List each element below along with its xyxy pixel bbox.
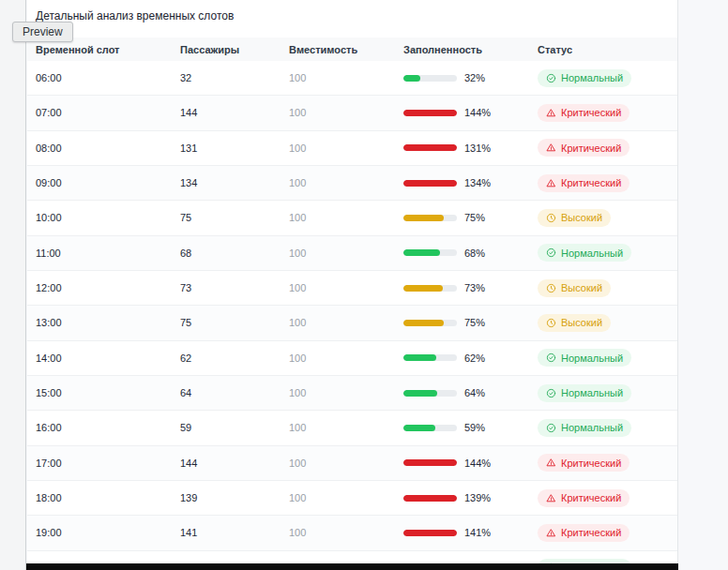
preview-tooltip[interactable]: Preview	[12, 22, 73, 42]
fill-cell: 141%	[403, 527, 538, 538]
progress-track	[403, 110, 457, 116]
status-label: Высокий	[561, 212, 602, 223]
fill-percent-label: 75%	[464, 317, 485, 328]
fill-percent-label: 73%	[464, 282, 485, 293]
status-label: Критический	[561, 527, 621, 538]
progress-track	[403, 459, 457, 466]
fill-percent-label: 134%	[464, 177, 491, 188]
progress-fill	[403, 390, 437, 397]
status-cell: Нормальный	[538, 419, 677, 437]
progress-track	[403, 75, 457, 82]
status-badge: Нормальный	[538, 384, 631, 402]
clock-icon	[546, 283, 556, 293]
progress-fill	[403, 110, 457, 116]
table-body: 06:003210032%Нормальный07:00144100144%Кр…	[27, 61, 677, 570]
status-cell: Критический	[538, 174, 677, 192]
time-slot-cell: 19:00	[36, 527, 180, 538]
time-slot-cell: 17:00	[36, 458, 180, 469]
progress-track	[403, 390, 457, 397]
progress-fill	[403, 425, 435, 431]
status-cell: Высокий	[538, 209, 677, 227]
status-badge: Критический	[538, 454, 629, 472]
column-header-fill: Заполненность	[403, 44, 538, 55]
content-panel: Детальный анализ временных слотов Времен…	[27, 0, 678, 570]
capacity-cell: 100	[289, 212, 403, 223]
table-row: 16:005910059%Нормальный	[27, 411, 677, 445]
time-slot-cell: 10:00	[36, 212, 180, 223]
fill-cell: 144%	[403, 458, 538, 469]
passengers-cell: 139	[180, 492, 289, 503]
alert-triangle-icon	[546, 528, 556, 538]
capacity-cell: 100	[289, 492, 403, 503]
progress-fill	[403, 459, 457, 466]
alert-triangle-icon	[546, 142, 556, 153]
table-row: 06:003210032%Нормальный	[27, 61, 677, 96]
capacity-cell: 100	[289, 107, 403, 118]
fill-cell: 73%	[403, 282, 538, 293]
check-circle-icon	[546, 423, 556, 433]
passengers-cell: 131	[180, 142, 289, 154]
status-label: Критический	[561, 177, 621, 188]
fill-cell: 62%	[403, 352, 538, 364]
progress-fill	[403, 180, 457, 187]
status-label: Нормальный	[561, 352, 623, 364]
fill-percent-label: 64%	[464, 387, 485, 398]
table-row: 17:00144100144%Критический	[27, 446, 677, 481]
progress-track	[403, 530, 457, 536]
status-cell: Критический	[538, 524, 677, 542]
capacity-cell: 100	[289, 72, 403, 83]
status-badge: Критический	[538, 139, 629, 157]
time-slot-cell: 07:00	[36, 107, 180, 118]
fill-cell: 144%	[403, 107, 538, 118]
capacity-cell: 100	[289, 527, 403, 538]
table-row: 09:00134100134%Критический	[27, 166, 677, 201]
status-label: Нормальный	[561, 422, 623, 433]
progress-track	[403, 285, 457, 292]
status-label: Критический	[561, 107, 621, 118]
fill-percent-label: 144%	[464, 107, 491, 118]
progress-fill	[403, 144, 457, 151]
time-slot-cell: 16:00	[36, 422, 180, 433]
clock-icon	[546, 213, 556, 223]
capacity-cell: 100	[289, 248, 403, 259]
capacity-cell: 100	[289, 317, 403, 328]
table-row: 19:00141100141%Критический	[27, 516, 677, 550]
status-cell: Критический	[538, 489, 677, 507]
status-cell: Критический	[538, 454, 677, 472]
progress-track	[403, 144, 457, 151]
status-badge: Нормальный	[538, 349, 631, 367]
fill-percent-label: 68%	[464, 248, 485, 259]
status-badge: Высокий	[538, 209, 611, 227]
table-row: 18:00139100139%Критический	[27, 481, 677, 516]
status-cell: Нормальный	[538, 349, 677, 367]
progress-fill	[403, 215, 444, 221]
status-badge: Нормальный	[538, 69, 631, 87]
viewport-bottom-edge	[26, 563, 678, 570]
passengers-cell: 32	[180, 72, 289, 83]
status-label: Нормальный	[561, 72, 623, 83]
capacity-cell: 100	[289, 282, 403, 293]
alert-triangle-icon	[546, 108, 556, 118]
progress-track	[403, 495, 457, 502]
alert-triangle-icon	[546, 493, 556, 503]
time-slot-cell: 18:00	[36, 492, 180, 503]
fill-percent-label: 62%	[464, 352, 485, 364]
progress-fill	[403, 320, 444, 326]
passengers-cell: 144	[180, 107, 289, 118]
check-circle-icon	[546, 388, 556, 398]
fill-percent-label: 131%	[464, 142, 491, 154]
progress-track	[403, 180, 457, 187]
column-header-status: Статус	[538, 44, 677, 55]
column-header-passengers: Пассажиры	[180, 44, 289, 55]
progress-fill	[403, 495, 457, 502]
fill-cell: 68%	[403, 248, 538, 259]
fill-cell: 32%	[403, 72, 538, 83]
status-label: Критический	[561, 142, 621, 154]
capacity-cell: 100	[289, 142, 403, 154]
table-row: 10:007510075%Высокий	[27, 201, 677, 235]
passengers-cell: 64	[180, 387, 289, 398]
status-badge: Высокий	[538, 279, 611, 297]
table-row: 14:006210062%Нормальный	[27, 341, 677, 376]
passengers-cell: 134	[180, 177, 289, 188]
progress-track	[403, 354, 457, 361]
